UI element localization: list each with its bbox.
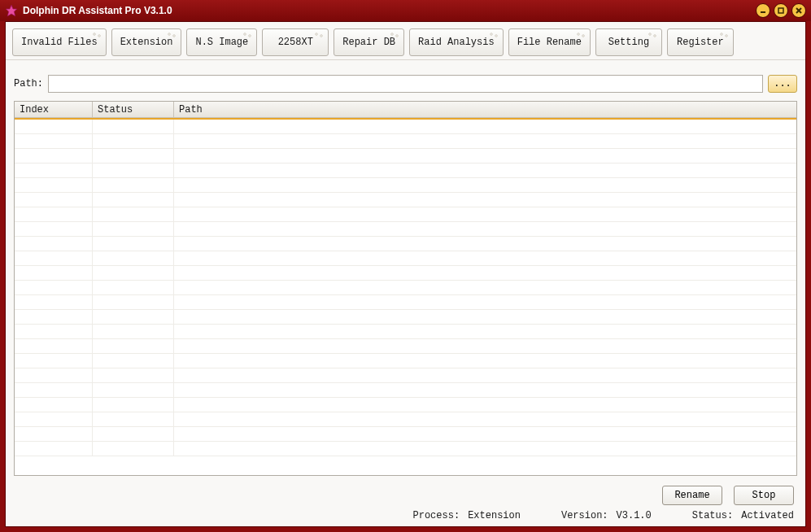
minimize-button[interactable]	[756, 3, 770, 18]
table-row[interactable]	[15, 222, 796, 237]
setting-button[interactable]: Setting	[595, 28, 662, 56]
table-row[interactable]	[15, 237, 796, 251]
path-label: Path:	[14, 78, 43, 89]
title-bar[interactable]: Dolphin DR Assistant Pro V3.1.0	[0, 0, 811, 21]
table-row[interactable]	[15, 164, 796, 178]
table-body[interactable]	[15, 120, 796, 475]
status-value: Activated	[741, 510, 794, 521]
table-row[interactable]	[15, 325, 796, 339]
table-row[interactable]	[15, 295, 796, 310]
maximize-button[interactable]	[774, 3, 788, 18]
client-area: Invalid Files Extension N.S Image 2258XT…	[5, 21, 806, 527]
stop-button[interactable]: Stop	[734, 486, 794, 505]
table-row[interactable]	[15, 339, 796, 354]
table-header: Index Status Path	[15, 102, 796, 118]
invalid-files-button[interactable]: Invalid Files	[12, 28, 107, 56]
table-row[interactable]	[15, 354, 796, 368]
status-label: Status:	[692, 510, 733, 521]
table-row[interactable]	[15, 383, 796, 398]
table-row[interactable]	[15, 178, 796, 193]
table-row[interactable]	[15, 310, 796, 325]
app-title: Dolphin DR Assistant Pro V3.1.0	[23, 5, 756, 16]
results-table: Index Status Path	[14, 101, 797, 476]
svg-rect-2	[778, 8, 783, 13]
repair-db-button[interactable]: Repair DB	[334, 28, 404, 56]
process-value: Extension	[468, 510, 521, 521]
path-input[interactable]	[48, 75, 763, 93]
raid-analysis-button[interactable]: Raid Analysis	[409, 28, 504, 56]
table-row[interactable]	[15, 266, 796, 281]
rename-button[interactable]: Rename	[662, 486, 722, 505]
svg-marker-0	[6, 5, 16, 15]
app-star-icon	[5, 4, 18, 17]
close-button[interactable]	[791, 3, 806, 18]
2258xt-button[interactable]: 2258XT	[262, 28, 329, 56]
table-row[interactable]	[15, 427, 796, 442]
table-row[interactable]	[15, 368, 796, 383]
action-row: Rename Stop	[6, 482, 805, 507]
app-window: Dolphin DR Assistant Pro V3.1.0 Invalid …	[0, 0, 811, 532]
column-header-status[interactable]: Status	[93, 102, 174, 117]
ns-image-button[interactable]: N.S Image	[186, 28, 257, 56]
table-row[interactable]	[15, 281, 796, 295]
main-toolbar: Invalid Files Extension N.S Image 2258XT…	[6, 22, 805, 60]
version-label: Version:	[561, 510, 608, 521]
register-button[interactable]: Register	[667, 28, 734, 56]
column-header-path[interactable]: Path	[174, 102, 796, 117]
column-header-index[interactable]: Index	[15, 102, 93, 117]
path-row: Path: ...	[6, 60, 805, 101]
table-row[interactable]	[15, 398, 796, 412]
window-controls	[756, 3, 806, 18]
status-bar: Process: Extension Version: V3.1.0 Statu…	[6, 507, 805, 526]
table-row[interactable]	[15, 149, 796, 164]
table-row[interactable]	[15, 193, 796, 207]
version-value: V3.1.0	[617, 510, 652, 521]
browse-button[interactable]: ...	[768, 75, 797, 93]
table-row[interactable]	[15, 251, 796, 266]
extension-button[interactable]: Extension	[111, 28, 182, 56]
file-rename-button[interactable]: File Rename	[508, 28, 591, 56]
table-row[interactable]	[15, 134, 796, 149]
table-row[interactable]	[15, 442, 796, 456]
table-row[interactable]	[15, 120, 796, 134]
table-row[interactable]	[15, 412, 796, 427]
process-label: Process:	[413, 510, 460, 521]
table-row[interactable]	[15, 207, 796, 222]
